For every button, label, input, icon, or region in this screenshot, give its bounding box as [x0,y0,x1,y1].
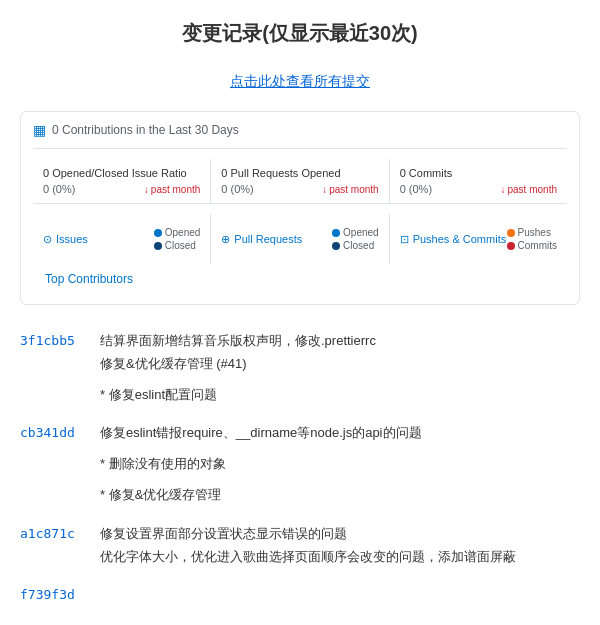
commit-message-line: 优化字体大小，优化进入歌曲选择页面顺序会改变的问题，添加谱面屏蔽 [100,547,580,568]
commit-message-line: 修复&优化缓存管理 (#41) [100,354,580,375]
pr-opened-cell: 0 Pull Requests Opened 0 (0%) ↓ past mon… [211,159,389,203]
commits-label: 0 Commits [400,167,557,179]
issues-ratio-value: 0 (0%) [43,183,75,195]
commits-chart-icon: ⊡ [400,233,409,246]
commit-hash[interactable]: f739f3d [20,585,80,602]
commit-message-line [100,477,580,483]
commits-cell: 0 Commits 0 (0%) ↓ past month [390,159,567,203]
commit-messages [100,585,580,602]
commit-item: a1c871c修复设置界面部分设置状态显示错误的问题优化字体大小，优化进入歌曲选… [20,524,580,570]
stats-card: ▦ 0 Contributions in the Last 30 Days 0 … [20,111,580,305]
commit-message-line: 修复eslint错报require、__dirname等node.js的api的… [100,423,580,444]
pr-opened-change: ↓ past month [322,184,378,195]
commits-change: ↓ past month [501,184,557,195]
commit-message-line: * 删除没有使用的对象 [100,454,580,475]
pr-opened-label: 0 Pull Requests Opened [221,167,378,179]
commit-item: f739f3d [20,585,580,602]
issues-ratio-label: 0 Opened/Closed Issue Ratio [43,167,200,179]
commit-hash[interactable]: cb341dd [20,423,80,507]
issues-icon: ⊙ [43,233,52,246]
pushes-dot [507,229,515,237]
commits-value: 0 (0%) [400,183,432,195]
view-all-commits-link[interactable]: 点击此处查看所有提交 [230,73,370,89]
pr-closed-dot [332,242,340,250]
issues-chart-cell: ⊙ Issues Opened Closed [33,214,211,264]
issues-opened-legend: Opened [154,227,201,238]
commits-chart-cell: ⊡ Pushes & Commits Pushes Commits [390,214,567,264]
closed-dot [154,242,162,250]
contributions-header: ▦ 0 Contributions in the Last 30 Days [33,122,567,149]
opened-dot [154,229,162,237]
contributions-label: 0 Contributions in the Last 30 Days [52,123,239,137]
commit-item: 3f1cbb5结算界面新增结算音乐版权声明，修改.prettierrc修复&优化… [20,331,580,407]
commit-message-line: 修复设置界面部分设置状态显示错误的问题 [100,524,580,545]
pr-opened-text: Opened [343,227,379,238]
commit-item: cb341dd修复eslint错报require、__dirname等node.… [20,423,580,507]
commits-legend: Pushes Commits [507,227,557,251]
commit-hash[interactable]: a1c871c [20,524,80,570]
pr-legend: Opened Closed [332,227,379,251]
issues-ratio-cell: 0 Opened/Closed Issue Ratio 0 (0%) ↓ pas… [33,159,211,203]
commit-message-line [100,377,580,383]
commit-hash[interactable]: 3f1cbb5 [20,331,80,407]
stats-row: 0 Opened/Closed Issue Ratio 0 (0%) ↓ pas… [33,159,567,204]
pushes-legend: Pushes [507,227,557,238]
pr-text: Pull Requests [234,233,302,245]
grid-icon: ▦ [33,122,46,138]
pr-opened-change-label: past month [329,184,378,195]
commit-message-line: * 修复&优化缓存管理 [100,485,580,506]
pushes-text: Pushes [518,227,551,238]
pr-opened-legend: Opened [332,227,379,238]
pr-opened-value-row: 0 (0%) ↓ past month [221,183,378,195]
commits-chart-text: Pushes & Commits [413,233,507,245]
pr-opened-value: 0 (0%) [221,183,253,195]
pr-chart-label: ⊕ Pull Requests [221,233,302,246]
chart-row: ⊙ Issues Opened Closed ⊕ Pull Requests [33,214,567,264]
commit-message-line [100,446,580,452]
commits-value-row: 0 (0%) ↓ past month [400,183,557,195]
commits-dot-legend: Commits [507,240,557,251]
issues-closed-legend: Closed [154,240,201,251]
commit-messages: 修复设置界面部分设置状态显示错误的问题优化字体大小，优化进入歌曲选择页面顺序会改… [100,524,580,570]
issues-closed-text: Closed [165,240,196,251]
commit-message-line: 结算界面新增结算音乐版权声明，修改.prettierrc [100,331,580,352]
arrow-down-icon: ↓ [144,184,149,195]
issues-legend: Opened Closed [154,227,201,251]
pr-chart-cell: ⊕ Pull Requests Opened Closed [211,214,389,264]
commit-messages: 结算界面新增结算音乐版权声明，修改.prettierrc修复&优化缓存管理 (#… [100,331,580,407]
commits-chart-label: ⊡ Pushes & Commits [400,233,507,246]
pr-icon: ⊕ [221,233,230,246]
issues-chart-label: ⊙ Issues [43,233,88,246]
commit-message-line: * 修复eslint配置问题 [100,385,580,406]
commits-change-label: past month [508,184,557,195]
commit-messages: 修复eslint错报require、__dirname等node.js的api的… [100,423,580,507]
commits-dot-item [507,242,515,250]
issues-ratio-change: ↓ past month [144,184,200,195]
issues-opened-text: Opened [165,227,201,238]
top-contributors[interactable]: Top Contributors [33,264,567,294]
issues-text: Issues [56,233,88,245]
commit-list: 3f1cbb5结算界面新增结算音乐版权声明，修改.prettierrc修复&优化… [0,321,600,625]
commits-legend-text: Commits [518,240,557,251]
arrow-down-icon-3: ↓ [501,184,506,195]
pr-closed-legend: Closed [332,240,379,251]
issues-ratio-change-label: past month [151,184,200,195]
arrow-down-icon-2: ↓ [322,184,327,195]
page-title: 变更记录(仅显示最近30次) [0,0,600,57]
top-contributors-label: Top Contributors [45,272,133,286]
issues-ratio-value-row: 0 (0%) ↓ past month [43,183,200,195]
pr-opened-dot [332,229,340,237]
pr-closed-text: Closed [343,240,374,251]
